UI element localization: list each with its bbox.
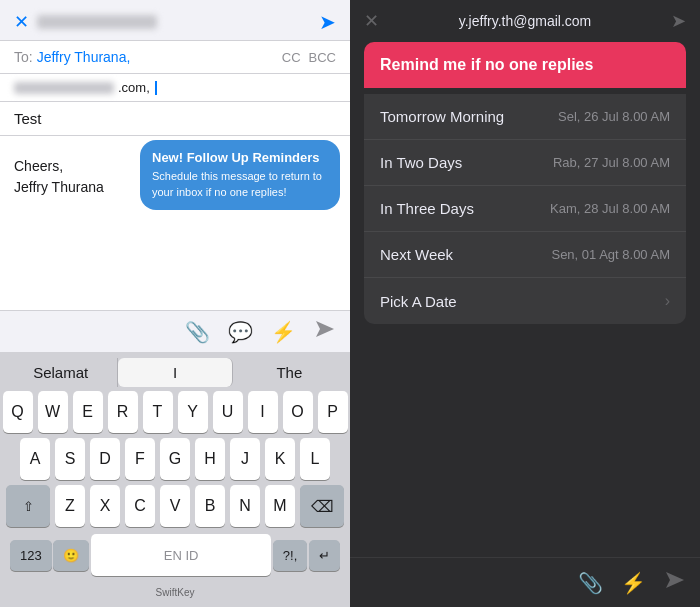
chevron-icon: ›: [665, 292, 670, 310]
bcc-button[interactable]: BCC: [309, 50, 336, 65]
right-toolbar: 📎 ⚡: [350, 557, 700, 607]
to-line: To: Jeffry Thurana, CC BCC: [0, 41, 350, 74]
right-header: ✕ y.jeffry.th@gmail.com ➤: [350, 0, 700, 42]
swiftkey-label: SwiftKey: [156, 587, 195, 598]
subject-line[interactable]: Test: [0, 102, 350, 136]
remind-label-three-days: In Three Days: [380, 200, 474, 217]
suggestions-bar: Selamat I The: [4, 358, 346, 387]
left-panel: ✕ ➤ To: Jeffry Thurana, CC BCC .com, Tes…: [0, 0, 350, 607]
from-blurred: [37, 15, 157, 29]
remind-item-two-days[interactable]: In Two Days Rab, 27 Jul 8.00 AM: [364, 140, 686, 186]
key-i[interactable]: I: [248, 391, 278, 433]
key-shift[interactable]: ⇧: [6, 485, 50, 527]
key-p[interactable]: P: [318, 391, 348, 433]
to-name: Jeffry Thurana,: [37, 49, 131, 65]
cursor: [155, 81, 157, 95]
email-to-address[interactable]: .com,: [0, 74, 350, 102]
key-d[interactable]: D: [90, 438, 120, 480]
remind-label-tomorrow: Tomorrow Morning: [380, 108, 504, 125]
right-send-button[interactable]: ➤: [671, 10, 686, 32]
key-row-2: A S D F G H J K L: [4, 438, 346, 480]
right-email: y.jeffry.th@gmail.com: [459, 13, 591, 29]
remind-label-two-days: In Two Days: [380, 154, 462, 171]
email-body[interactable]: Cheers, Jeffry Thurana New! Follow Up Re…: [0, 136, 350, 310]
flash-icon[interactable]: ⚡: [271, 320, 296, 344]
suggestion-1[interactable]: Selamat: [4, 358, 118, 387]
key-m[interactable]: M: [265, 485, 295, 527]
key-l[interactable]: L: [300, 438, 330, 480]
keyboard-bottom: 123 🙂 EN ID ?!, ↵: [4, 532, 346, 580]
key-c[interactable]: C: [125, 485, 155, 527]
send-button[interactable]: ➤: [319, 10, 336, 34]
right-flash-icon[interactable]: ⚡: [621, 571, 646, 595]
key-g[interactable]: G: [160, 438, 190, 480]
bubble-body: Schedule this message to return to your …: [152, 169, 328, 200]
key-v[interactable]: V: [160, 485, 190, 527]
key-f[interactable]: F: [125, 438, 155, 480]
remind-item-next-week[interactable]: Next Week Sen, 01 Agt 8.00 AM: [364, 232, 686, 278]
email-header: ✕ ➤: [0, 0, 350, 41]
lang-label: EN ID: [164, 548, 199, 563]
key-a[interactable]: A: [20, 438, 50, 480]
key-x[interactable]: X: [90, 485, 120, 527]
addr-suffix: .com,: [118, 80, 150, 95]
remind-title: Remind me if no one replies: [380, 56, 670, 74]
send-icon[interactable]: [314, 319, 336, 344]
remind-label-next-week: Next Week: [380, 246, 453, 263]
remind-date-two-days: Rab, 27 Jul 8.00 AM: [553, 155, 670, 170]
remind-date-next-week: Sen, 01 Agt 8.00 AM: [551, 247, 670, 262]
key-k[interactable]: K: [265, 438, 295, 480]
remind-date-tomorrow: Sel, 26 Jul 8.00 AM: [558, 109, 670, 124]
right-panel: ✕ y.jeffry.th@gmail.com ➤ Remind me if n…: [350, 0, 700, 607]
key-o[interactable]: O: [283, 391, 313, 433]
key-t[interactable]: T: [143, 391, 173, 433]
key-w[interactable]: W: [38, 391, 68, 433]
remind-label-pick-date: Pick A Date: [380, 293, 457, 310]
to-label: To:: [14, 49, 33, 65]
address-row: .com,: [14, 80, 336, 95]
remind-date-three-days: Kam, 28 Jul 8.00 AM: [550, 201, 670, 216]
key-r[interactable]: R: [108, 391, 138, 433]
right-attach-icon[interactable]: 📎: [578, 571, 603, 595]
remind-item-tomorrow[interactable]: Tomorrow Morning Sel, 26 Jul 8.00 AM: [364, 94, 686, 140]
key-return[interactable]: ↵: [309, 540, 340, 571]
key-n[interactable]: N: [230, 485, 260, 527]
to-left: To: Jeffry Thurana,: [14, 49, 130, 65]
key-backspace[interactable]: ⌫: [300, 485, 344, 527]
key-q[interactable]: Q: [3, 391, 33, 433]
key-h[interactable]: H: [195, 438, 225, 480]
addr-blurred: [14, 82, 114, 94]
key-e[interactable]: E: [73, 391, 103, 433]
key-space[interactable]: EN ID: [91, 534, 271, 576]
attach-icon[interactable]: 📎: [185, 320, 210, 344]
header-left: ✕: [14, 11, 157, 33]
remind-item-three-days[interactable]: In Three Days Kam, 28 Jul 8.00 AM: [364, 186, 686, 232]
close-button[interactable]: ✕: [14, 11, 29, 33]
key-s[interactable]: S: [55, 438, 85, 480]
key-emoji[interactable]: 🙂: [53, 540, 89, 571]
key-u[interactable]: U: [213, 391, 243, 433]
key-123[interactable]: 123: [10, 540, 52, 571]
followup-bubble[interactable]: New! Follow Up Reminders Schedule this m…: [140, 140, 340, 210]
key-z[interactable]: Z: [55, 485, 85, 527]
key-row-1: Q W E R T Y U I O P: [4, 391, 346, 433]
suggestion-2[interactable]: I: [118, 358, 232, 387]
right-send-icon[interactable]: [664, 570, 686, 595]
remind-list: Tomorrow Morning Sel, 26 Jul 8.00 AM In …: [364, 94, 686, 324]
cc-button[interactable]: CC: [282, 50, 301, 65]
key-special[interactable]: ?!,: [273, 540, 307, 571]
suggestion-3[interactable]: The: [233, 358, 346, 387]
bubble-title: New! Follow Up Reminders: [152, 150, 328, 165]
key-b[interactable]: B: [195, 485, 225, 527]
right-close-button[interactable]: ✕: [364, 10, 379, 32]
key-y[interactable]: Y: [178, 391, 208, 433]
chat-icon[interactable]: 💬: [228, 320, 253, 344]
compose-toolbar: 📎 💬 ⚡: [0, 310, 350, 352]
remind-banner: Remind me if no one replies: [364, 42, 686, 88]
cc-bcc-buttons: CC BCC: [282, 50, 336, 65]
keyboard: Selamat I The Q W E R T Y U I O P A S D …: [0, 352, 350, 607]
key-j[interactable]: J: [230, 438, 260, 480]
remind-item-pick-date[interactable]: Pick A Date ›: [364, 278, 686, 324]
key-row-3: ⇧ Z X C V B N M ⌫: [4, 485, 346, 527]
